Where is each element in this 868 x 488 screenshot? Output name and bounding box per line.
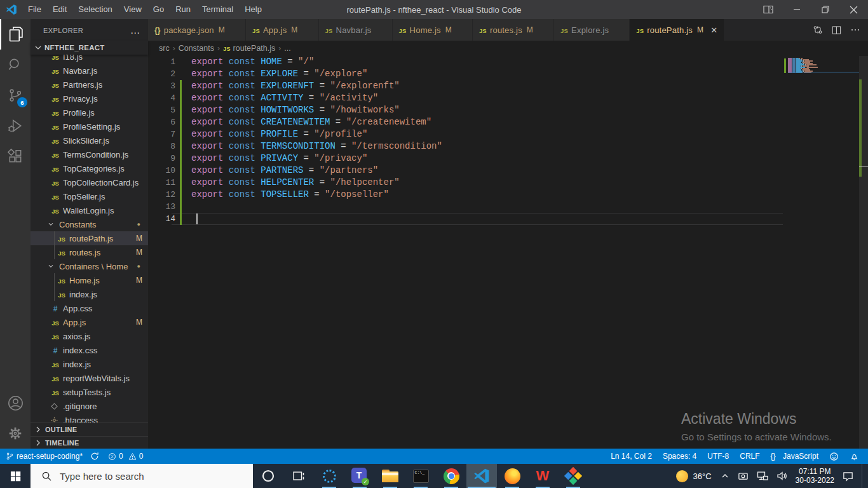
- minimize-button[interactable]: [782, 0, 811, 19]
- taskbar-app-firefox[interactable]: [497, 464, 527, 488]
- feedback-icon[interactable]: [829, 452, 839, 461]
- layout-icon[interactable]: [754, 0, 782, 19]
- tree-file[interactable]: JSProfile.js: [31, 105, 148, 119]
- taskbar-app-terminal[interactable]: C:\_: [405, 464, 436, 488]
- tree-file[interactable]: JSTermsCondition.js: [31, 147, 148, 161]
- tree-file[interactable]: JSTopCategories.js: [31, 161, 148, 175]
- taskbar-app-chrome[interactable]: [436, 464, 466, 488]
- activity-settings[interactable]: [0, 418, 31, 449]
- menu-edit[interactable]: Edit: [47, 0, 72, 19]
- taskbar-app-file-explorer[interactable]: [375, 464, 405, 488]
- tab-routes.js[interactable]: JSroutes.jsM: [473, 19, 554, 41]
- eol-sequence[interactable]: CRLF: [740, 452, 759, 461]
- taskbar-app-teams[interactable]: T✓: [344, 464, 375, 488]
- close-icon[interactable]: ✕: [710, 25, 717, 35]
- breadcrumb-item[interactable]: JSroutePath.js: [223, 44, 275, 53]
- notifications-bell-icon[interactable]: [850, 452, 859, 461]
- tree-root-folder[interactable]: NFTHEE_REACT: [31, 41, 148, 55]
- tree-file[interactable]: JSTopCollectionCard.js: [31, 175, 148, 189]
- activity-extensions[interactable]: [0, 141, 31, 172]
- tree-file[interactable]: #index.css: [31, 343, 148, 357]
- clock[interactable]: 07:11 PM 30-03-2022: [796, 467, 834, 485]
- tab-package.json[interactable]: {}package.jsonM: [148, 19, 246, 41]
- tree-file[interactable]: .gitignore: [31, 399, 148, 413]
- action-center-icon[interactable]: [842, 470, 854, 482]
- split-editor-icon[interactable]: [832, 25, 841, 35]
- menu-go[interactable]: Go: [147, 0, 170, 19]
- code-editor[interactable]: 1export const HOME = "/"2export const EX…: [148, 56, 868, 449]
- tab-routePath.js[interactable]: JSroutePath.jsM✕: [630, 19, 724, 41]
- timeline-panel-header[interactable]: TIMELINE: [31, 436, 148, 449]
- network-icon[interactable]: [757, 470, 768, 482]
- tree-file[interactable]: JSProfileSetting.js: [31, 119, 148, 133]
- menu-help[interactable]: Help: [239, 0, 268, 19]
- tree-file[interactable]: JSWalletLogin.js: [31, 203, 148, 217]
- encoding[interactable]: UTF-8: [707, 452, 729, 461]
- tree-file[interactable]: JSreportWebVitals.js: [31, 371, 148, 385]
- activity-accounts[interactable]: [0, 388, 31, 418]
- tree-file[interactable]: JSSlickSlider.js: [31, 133, 148, 147]
- added-line-marker: [180, 128, 182, 140]
- tree-file[interactable]: JSApp.jsM: [31, 315, 148, 329]
- overview-ruler[interactable]: [859, 56, 868, 449]
- tree-file[interactable]: JSTopSeller.js: [31, 189, 148, 203]
- tree-file[interactable]: JSindex.js: [31, 287, 148, 301]
- taskbar-app-wps-suite[interactable]: [558, 464, 588, 488]
- start-button[interactable]: [0, 464, 31, 488]
- problems-status[interactable]: 0 0: [108, 452, 143, 461]
- language-mode[interactable]: {} JavaScript: [771, 452, 818, 461]
- tree-file[interactable]: JSNavbar.js: [31, 64, 148, 78]
- menu-file[interactable]: File: [22, 0, 47, 19]
- tree-file[interactable]: JSsetupTests.js: [31, 385, 148, 399]
- close-button[interactable]: [839, 0, 868, 19]
- tree-folder[interactable]: Constants●: [31, 217, 148, 231]
- taskbar-search-box[interactable]: Type here to search: [31, 464, 253, 488]
- activity-explorer[interactable]: [0, 19, 31, 50]
- weather-icon[interactable]: [676, 470, 688, 482]
- taskbar-app-dotted-circle[interactable]: [314, 464, 344, 488]
- breadcrumb-item[interactable]: Constants: [179, 44, 214, 53]
- tray-chevron-up-icon[interactable]: [721, 471, 729, 480]
- tree-file[interactable]: JSPrivacy.js: [31, 92, 148, 105]
- tab-App.js[interactable]: JSApp.jsM: [246, 19, 319, 41]
- tree-file[interactable]: JSPartners.js: [31, 78, 148, 92]
- tree-file[interactable]: JSaxios.js: [31, 329, 148, 343]
- tree-file[interactable]: JSI18.js: [31, 55, 148, 64]
- task-view-button[interactable]: [283, 464, 314, 488]
- menu-run[interactable]: Run: [170, 0, 196, 19]
- git-branch-status[interactable]: react-setup-coding*: [6, 452, 83, 461]
- restore-button[interactable]: [811, 0, 839, 19]
- tab-Navbar.js[interactable]: JSNavbar.js: [319, 19, 393, 41]
- tab-Explore.js[interactable]: JSExplore.js: [554, 19, 630, 41]
- minimap[interactable]: [788, 58, 859, 76]
- tree-folder[interactable]: Containers \ Home●: [31, 259, 148, 273]
- breadcrumb-item[interactable]: ...: [284, 44, 290, 53]
- cursor-position[interactable]: Ln 14, Col 2: [611, 452, 652, 461]
- activity-search[interactable]: [0, 50, 31, 80]
- activity-run-debug[interactable]: [0, 111, 31, 141]
- outline-panel-header[interactable]: OUTLINE: [31, 423, 148, 436]
- taskbar-app-wps[interactable]: W: [527, 464, 558, 488]
- tree-file[interactable]: #App.css: [31, 301, 148, 315]
- tree-file[interactable]: JSroutePath.jsM: [31, 231, 148, 245]
- tree-file[interactable]: JSroutes.jsM: [31, 245, 148, 259]
- breadcrumb-item[interactable]: src: [159, 44, 170, 53]
- menu-selection[interactable]: Selection: [72, 0, 118, 19]
- taskbar-app-vscode[interactable]: [466, 464, 497, 488]
- open-changes-icon[interactable]: [813, 25, 823, 35]
- volume-icon[interactable]: [776, 470, 788, 482]
- indentation[interactable]: Spaces: 4: [663, 452, 696, 461]
- meet-now-icon[interactable]: [738, 471, 749, 482]
- more-actions-icon[interactable]: [850, 25, 860, 35]
- show-desktop-button[interactable]: [862, 464, 868, 488]
- cortana-button[interactable]: [253, 464, 283, 488]
- menu-view[interactable]: View: [118, 0, 147, 19]
- tab-Home.js[interactable]: JSHome.jsM: [393, 19, 473, 41]
- tree-file[interactable]: JSindex.js: [31, 357, 148, 371]
- temperature[interactable]: 36°C: [693, 471, 712, 481]
- sync-button[interactable]: [90, 452, 99, 461]
- menu-terminal[interactable]: Terminal: [196, 0, 239, 19]
- tree-file[interactable]: JSHome.jsM: [31, 273, 148, 287]
- tree-file[interactable]: .htaccess: [31, 413, 148, 423]
- activity-source-control[interactable]: 6: [0, 80, 31, 111]
